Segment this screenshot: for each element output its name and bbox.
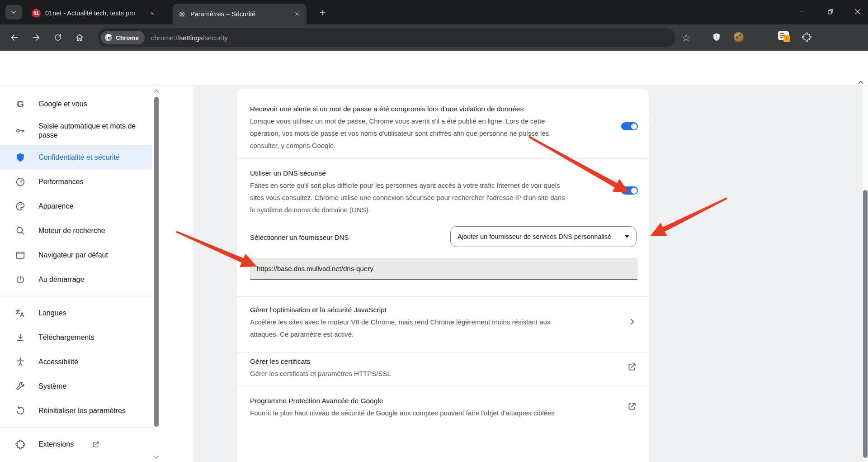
advanced-protection-title: Programme Protection Avancée de Google <box>250 395 383 407</box>
sidebar-item-languages[interactable]: Langues <box>0 301 152 325</box>
address-bar[interactable]: Chrome chrome://settings/security <box>98 28 675 47</box>
speedometer-icon <box>15 176 26 187</box>
sidebar-item-autofill[interactable]: Saisie automatique et mots de passe <box>0 116 152 145</box>
password-alert-description: Lorsque vous utilisez un mot de passe, C… <box>250 115 549 152</box>
secure-dns-toggle[interactable] <box>621 186 638 195</box>
settings-sidebar: G Google et vous Saisie automatique et m… <box>0 86 193 462</box>
certificates-description: Gérer les certificats et paramètres HTTP… <box>250 367 391 380</box>
tab-title: 01net - Actualité tech, tests pro <box>45 10 145 17</box>
page-scrollbar-thumb[interactable] <box>863 190 868 458</box>
password-alert-toggle[interactable] <box>621 122 638 130</box>
divider <box>237 386 649 386</box>
dns-provider-label: Sélectionner un fournisseur DNS <box>250 231 349 243</box>
external-link-icon <box>92 440 100 448</box>
close-window-button[interactable] <box>847 4 868 20</box>
custom-dns-input[interactable] <box>250 258 637 280</box>
chip-label: Chrome <box>116 34 139 41</box>
url-text: chrome://settings/security <box>151 34 228 42</box>
divider <box>237 352 649 352</box>
back-button[interactable] <box>7 30 22 45</box>
home-button[interactable] <box>72 30 87 45</box>
accessibility-icon <box>15 357 26 367</box>
sidebar-item-accessibility[interactable]: Accessibilité <box>0 350 152 374</box>
tab-settings-security[interactable]: Paramètres – Sécurité <box>173 4 307 24</box>
site-info-chip[interactable]: Chrome <box>101 31 145 44</box>
shield-icon <box>15 152 26 163</box>
annotation-arrow-dropdown <box>650 197 727 236</box>
new-tab-button[interactable]: + <box>316 6 330 19</box>
search-icon <box>15 225 26 236</box>
languages-icon <box>15 308 26 319</box>
power-icon <box>15 274 26 285</box>
google-g-icon: G <box>15 99 26 110</box>
restore-button[interactable] <box>820 4 841 20</box>
certificates-title: Gérer les certificats <box>250 355 311 367</box>
secure-dns-description: Faites en sorte qu'il soit plus difficil… <box>250 179 565 216</box>
cookie-extension-icon[interactable] <box>734 32 744 42</box>
sidebar-item-system[interactable]: Système <box>0 374 152 399</box>
dropdown-caret-icon <box>625 235 629 238</box>
page-scroll-up[interactable] <box>858 80 864 85</box>
sidebar-item-google[interactable]: G Google et vous <box>0 92 152 116</box>
alert-badge: ! <box>783 35 790 42</box>
javascript-description: Accélère les sites avec le moteur V8 de … <box>250 316 550 340</box>
reload-button[interactable] <box>51 30 65 45</box>
wrench-icon <box>15 381 26 392</box>
sidebar-item-default-browser[interactable]: Navigateur par défaut <box>0 243 152 267</box>
chrome-logo-icon <box>105 34 112 41</box>
tab-strip: 01 01net - Actualité tech, tests pro Par… <box>0 0 868 24</box>
key-icon <box>15 125 26 136</box>
browser-window-icon <box>15 250 26 261</box>
palette-icon <box>15 201 26 212</box>
password-alert-title: Recevoir une alerte si un mot de passe a… <box>250 103 524 115</box>
gear-icon <box>178 10 186 18</box>
tab-01net[interactable]: 01 01net - Actualité tech, tests pro <box>26 4 162 23</box>
sidebar-item-privacy-security[interactable]: Confidentialité et sécurité <box>0 145 152 170</box>
dns-provider-dropdown[interactable]: Ajouter un fournisseur de services DNS p… <box>450 226 637 247</box>
puzzle-icon <box>15 439 26 450</box>
minimize-button[interactable] <box>791 4 812 20</box>
sidebar-item-search-engine[interactable]: Moteur de recherche <box>0 219 152 243</box>
reading-list-icon: ! <box>778 31 789 40</box>
settings-header: Paramètres <box>0 51 868 86</box>
close-tab-icon[interactable] <box>293 10 301 18</box>
sidebar-item-reset[interactable]: Réinitialiser les paramètres <box>0 399 152 423</box>
forward-button[interactable] <box>29 30 43 45</box>
divider <box>237 158 649 159</box>
secure-dns-title: Utiliser un DNS sécurisé <box>250 167 326 179</box>
side-panel-icon[interactable]: ! <box>778 31 789 40</box>
advanced-protection-description: Fournit le plus haut niveau de sécurité … <box>250 407 555 419</box>
bookmark-star-icon[interactable]: ☆ <box>679 30 693 45</box>
sidebar-scroll-up[interactable] <box>153 89 160 94</box>
favicon-01net: 01 <box>32 9 41 18</box>
sidebar-scroll-down[interactable] <box>153 454 160 460</box>
javascript-title: Gérer l'optimisation et la sécurité Java… <box>250 304 387 316</box>
browser-toolbar: Chrome chrome://settings/security ☆ ! <box>0 24 868 51</box>
sidebar-divider <box>0 427 152 428</box>
external-link-icon[interactable] <box>627 401 637 411</box>
reset-icon <box>15 405 26 416</box>
chevron-right-icon[interactable] <box>627 317 637 327</box>
shield-extension-icon[interactable] <box>712 32 722 43</box>
sidebar-scrollbar-thumb[interactable] <box>154 97 159 427</box>
tab-search-button[interactable] <box>5 5 22 19</box>
security-settings-card: Recevoir une alerte si un mot de passe a… <box>237 89 649 462</box>
sidebar-item-downloads[interactable]: Téléchargements <box>0 325 152 350</box>
external-link-icon[interactable] <box>627 362 637 372</box>
download-icon <box>15 332 26 343</box>
sidebar-item-performance[interactable]: Performances <box>0 170 152 194</box>
tab-title: Paramètres – Sécurité <box>190 10 289 18</box>
sidebar-item-extensions[interactable]: Extensions <box>0 432 152 457</box>
sidebar-item-appearance[interactable]: Apparence <box>0 194 152 219</box>
sidebar-item-startup[interactable]: Au démarrage <box>0 267 152 292</box>
divider <box>237 296 649 297</box>
extensions-puzzle-icon[interactable] <box>802 32 812 42</box>
sidebar-divider <box>0 296 152 296</box>
chevron-down-icon <box>10 9 17 16</box>
close-tab-icon[interactable] <box>148 9 156 17</box>
